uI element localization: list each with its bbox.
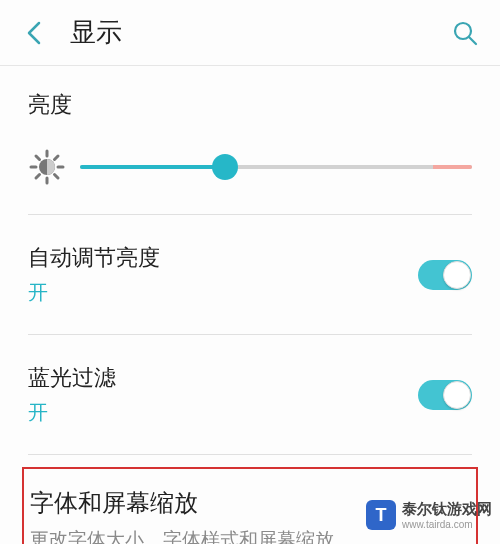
auto-brightness-status: 开 <box>28 279 418 306</box>
auto-brightness-title: 自动调节亮度 <box>28 243 418 273</box>
slider-fill <box>80 165 225 169</box>
brightness-slider[interactable] <box>80 152 472 182</box>
svg-line-8 <box>55 175 59 179</box>
svg-line-7 <box>36 156 40 160</box>
svg-line-9 <box>36 175 40 179</box>
font-zoom-row[interactable]: 字体和屏幕缩放 更改字体大小、字体样式和屏幕缩放。 <box>22 467 478 544</box>
svg-line-1 <box>469 37 476 44</box>
font-zoom-title: 字体和屏幕缩放 <box>30 487 470 519</box>
brightness-label: 亮度 <box>28 90 472 120</box>
slider-thumb <box>212 154 238 180</box>
blue-light-switch[interactable] <box>418 380 472 410</box>
header: 显示 <box>0 0 500 66</box>
blue-light-row[interactable]: 蓝光过滤 开 <box>28 335 472 455</box>
chevron-left-icon <box>25 20 45 46</box>
search-icon <box>451 19 479 47</box>
blue-light-status: 开 <box>28 399 418 426</box>
page-title: 显示 <box>70 15 448 50</box>
back-button[interactable] <box>18 16 52 50</box>
brightness-icon <box>28 148 66 186</box>
blue-light-title: 蓝光过滤 <box>28 363 418 393</box>
auto-brightness-switch[interactable] <box>418 260 472 290</box>
brightness-section: 亮度 <box>28 66 472 215</box>
font-zoom-desc: 更改字体大小、字体样式和屏幕缩放。 <box>30 527 470 544</box>
auto-brightness-row[interactable]: 自动调节亮度 开 <box>28 215 472 335</box>
svg-line-10 <box>55 156 59 160</box>
search-button[interactable] <box>448 16 482 50</box>
